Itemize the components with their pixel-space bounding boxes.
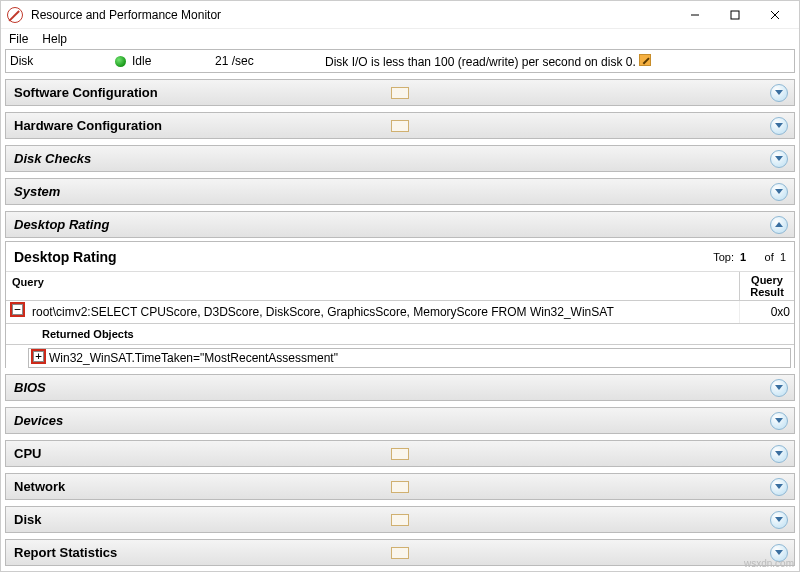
- chevron-down-icon: [770, 183, 788, 201]
- returned-object-text: Win32_WinSAT.TimeTaken="MostRecentAssess…: [49, 351, 338, 365]
- edit-icon[interactable]: [639, 54, 651, 66]
- tree-expand-icon[interactable]: +: [31, 349, 46, 364]
- query-text: root\cimv2:SELECT CPUScore, D3DScore, Di…: [6, 301, 740, 323]
- section-label: Hardware Configuration: [14, 118, 162, 133]
- maximize-button[interactable]: [715, 1, 755, 29]
- disk-message: Disk I/O is less than 100 (read/write) p…: [325, 55, 636, 69]
- window-title: Resource and Performance Monitor: [31, 8, 221, 22]
- close-button[interactable]: [755, 1, 795, 29]
- section-disk-checks[interactable]: Disk Checks: [5, 145, 795, 172]
- titlebar: Resource and Performance Monitor: [1, 1, 799, 29]
- desktop-rating-title-row: Desktop Rating Top: 1 of 1: [6, 242, 794, 272]
- chevron-down-icon: [770, 445, 788, 463]
- minimize-button[interactable]: [675, 1, 715, 29]
- query-result-header: Query Result: [740, 272, 794, 300]
- section-label: System: [14, 184, 60, 199]
- section-bios[interactable]: BIOS: [5, 374, 795, 401]
- menu-help[interactable]: Help: [42, 32, 67, 46]
- returned-objects-header: Returned Objects: [6, 323, 794, 345]
- section-label: Disk Checks: [14, 151, 91, 166]
- section-devices[interactable]: Devices: [5, 407, 795, 434]
- calendar-icon: [391, 448, 409, 460]
- section-system[interactable]: System: [5, 178, 795, 205]
- watermark: wsxdn.com: [744, 558, 794, 569]
- chevron-down-icon: [770, 511, 788, 529]
- section-report-statistics[interactable]: Report Statistics: [5, 539, 795, 566]
- query-header: Query: [6, 272, 740, 300]
- returned-object-row: + Win32_WinSAT.TimeTaken="MostRecentAsse…: [28, 348, 791, 368]
- chevron-up-icon: [770, 216, 788, 234]
- chevron-down-icon: [770, 412, 788, 430]
- calendar-icon: [391, 87, 409, 99]
- chevron-down-icon: [770, 84, 788, 102]
- chevron-down-icon: [770, 117, 788, 135]
- section-hardware-configuration[interactable]: Hardware Configuration: [5, 112, 795, 139]
- section-desktop-rating-header[interactable]: Desktop Rating: [5, 211, 795, 238]
- section-network[interactable]: Network: [5, 473, 795, 500]
- section-label: Devices: [14, 413, 63, 428]
- disk-label: Disk: [10, 54, 115, 68]
- section-label: BIOS: [14, 380, 46, 395]
- section-label: CPU: [14, 446, 41, 461]
- top-label: Top:: [713, 251, 734, 263]
- top-value: 1: [740, 251, 746, 263]
- section-label: Software Configuration: [14, 85, 158, 100]
- close-icon: [770, 10, 780, 20]
- calendar-icon: [391, 120, 409, 132]
- chevron-down-icon: [770, 379, 788, 397]
- section-software-configuration[interactable]: Software Configuration: [5, 79, 795, 106]
- section-label: Disk: [14, 512, 41, 527]
- section-label: Network: [14, 479, 65, 494]
- svg-rect-1: [731, 11, 739, 19]
- disk-rate: 21 /sec: [215, 54, 325, 68]
- calendar-icon: [391, 481, 409, 493]
- query-result: 0x0: [740, 301, 794, 323]
- section-label: Report Statistics: [14, 545, 117, 560]
- calendar-icon: [391, 547, 409, 559]
- chevron-down-icon: [770, 150, 788, 168]
- section-cpu[interactable]: CPU: [5, 440, 795, 467]
- status-dot-icon: [115, 56, 126, 67]
- section-disk[interactable]: Disk: [5, 506, 795, 533]
- query-header-row: Query Query Result: [6, 272, 794, 301]
- chevron-down-icon: [770, 478, 788, 496]
- query-row: − root\cimv2:SELECT CPUScore, D3DScore, …: [6, 301, 794, 323]
- menubar: File Help: [1, 29, 799, 49]
- menu-file[interactable]: File: [9, 32, 28, 46]
- panel-title: Desktop Rating: [14, 249, 117, 265]
- disk-status-row: Disk Idle 21 /sec Disk I/O is less than …: [5, 49, 795, 73]
- maximize-icon: [730, 10, 740, 20]
- of-value: 1: [780, 251, 786, 263]
- disk-status: Idle: [132, 54, 151, 68]
- desktop-rating-panel: Desktop Rating Top: 1 of 1 Query Query R…: [5, 241, 795, 368]
- minimize-icon: [690, 10, 700, 20]
- calendar-icon: [391, 514, 409, 526]
- app-icon: [7, 7, 23, 23]
- of-label: of: [765, 251, 774, 263]
- section-label: Desktop Rating: [14, 217, 109, 232]
